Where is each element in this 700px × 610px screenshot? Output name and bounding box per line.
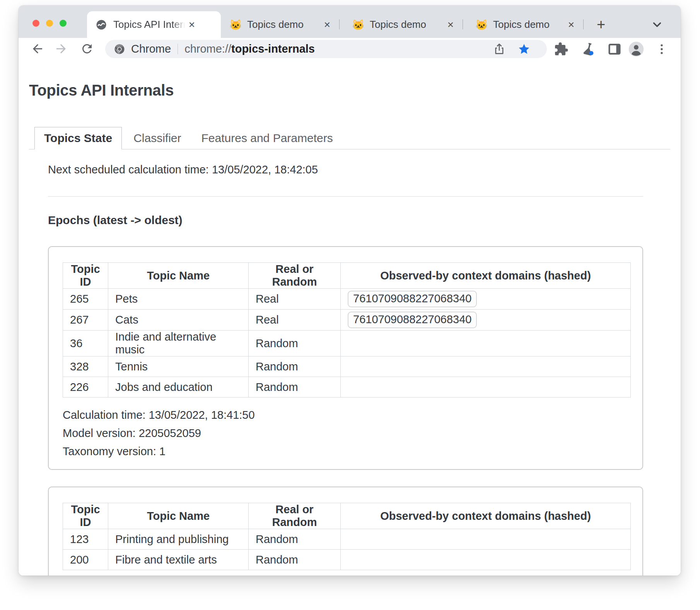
chrome-labs-flask-icon[interactable] — [581, 41, 598, 57]
topic-row: 36Indie and alternative musicRandom — [63, 331, 631, 356]
bookmark-star-icon[interactable] — [517, 41, 534, 57]
real-or-random-cell: Random — [249, 356, 341, 377]
column-header: Observed-by context domains (hashed) — [341, 263, 631, 289]
cat-favicon-icon: 🐱 — [229, 19, 241, 31]
real-or-random-cell: Random — [249, 331, 341, 356]
tab-classifier[interactable]: Classifier — [125, 127, 190, 149]
column-header: Topic Name — [108, 263, 249, 289]
tab-close-icon[interactable]: × — [185, 18, 198, 31]
tab-close-icon[interactable]: × — [321, 18, 334, 31]
real-or-random-cell: Random — [249, 550, 341, 570]
topic-id-cell: 265 — [63, 289, 108, 310]
epoch-card-latest: Topic IDTopic NameReal or RandomObserved… — [48, 246, 643, 470]
topic-id-cell: 200 — [63, 550, 108, 570]
observed-domains-cell — [341, 377, 631, 398]
tab-separator — [583, 19, 584, 29]
address-bar[interactable]: Chrome chrome://topics-internals — [105, 40, 547, 58]
cat-favicon-icon: 🐱 — [475, 19, 487, 31]
column-header: Topic ID — [63, 503, 108, 529]
side-panel-icon[interactable] — [607, 41, 623, 57]
topics-state-panel: Next scheduled calculation time: 13/05/2… — [29, 163, 670, 576]
browser-tab-topics-demo-1[interactable]: 🐱 Topics demo × — [221, 11, 339, 38]
topic-name-cell: Jobs and education — [108, 377, 249, 398]
chrome-logo-icon — [114, 43, 125, 55]
topic-id-cell: 267 — [63, 310, 108, 331]
observed-domains-cell — [341, 550, 631, 570]
cat-favicon-icon: 🐱 — [352, 19, 364, 31]
topic-row: 200Fibre and textile artsRandom — [63, 550, 631, 570]
tab-separator — [463, 19, 463, 29]
tab-title: Topics API Internals — [113, 19, 185, 31]
traffic-minimize-button[interactable] — [46, 20, 53, 27]
topic-row: 265PetsReal7610709088227068340 — [63, 289, 631, 310]
hashed-domain-field[interactable]: 7610709088227068340 — [348, 312, 477, 328]
epoch-card-older: Topic IDTopic NameReal or RandomObserved… — [48, 487, 643, 576]
epochs-heading: Epochs (latest -> oldest) — [48, 214, 643, 227]
reload-button[interactable] — [80, 41, 96, 57]
section-divider — [48, 196, 643, 197]
topic-row: 328TennisRandom — [63, 356, 631, 377]
traffic-close-button[interactable] — [32, 20, 39, 27]
topic-row: 226Jobs and educationRandom — [63, 377, 631, 398]
tab-close-icon[interactable]: × — [565, 18, 578, 31]
tab-separator — [339, 19, 340, 29]
new-tab-button[interactable]: + — [593, 17, 609, 32]
epoch-topics-table: Topic IDTopic NameReal or RandomObserved… — [63, 503, 631, 570]
tab-title: Topics demo — [493, 19, 565, 31]
share-icon[interactable] — [493, 41, 509, 57]
real-or-random-cell: Real — [249, 289, 341, 310]
topic-id-cell: 328 — [63, 356, 108, 377]
topic-id-cell: 123 — [63, 529, 108, 550]
observed-domains-cell — [341, 529, 631, 550]
page-tab-bar: Topics State Classifier Features and Par… — [29, 127, 670, 149]
epoch-meta-line: Calculation time: 13/05/2022, 18:41:50 — [63, 406, 631, 424]
epoch-metadata: Calculation time: 13/05/2022, 18:41:50Mo… — [63, 406, 631, 461]
profile-avatar[interactable] — [628, 41, 644, 57]
topic-id-cell: 226 — [63, 377, 108, 398]
topic-name-cell: Indie and alternative music — [108, 331, 249, 356]
tab-title: Topics demo — [370, 19, 444, 31]
tab-topics-state[interactable]: Topics State — [34, 127, 122, 149]
column-header: Topic Name — [108, 503, 249, 529]
real-or-random-cell: Real — [249, 310, 341, 331]
next-calculation-time: Next scheduled calculation time: 13/05/2… — [48, 163, 643, 176]
topic-name-cell: Pets — [108, 289, 249, 310]
observed-domains-cell: 7610709088227068340 — [341, 310, 631, 331]
traffic-zoom-button[interactable] — [60, 20, 67, 27]
url-host: topics-internals — [231, 43, 315, 55]
topic-name-cell: Printing and publishing — [108, 529, 249, 550]
topic-name-cell: Fibre and textile arts — [108, 550, 249, 570]
topic-row: 123Printing and publishingRandom — [63, 529, 631, 550]
topic-name-cell: Tennis — [108, 356, 249, 377]
tab-list-chevron-down-icon[interactable] — [650, 17, 666, 31]
topic-id-cell: 36 — [63, 331, 108, 356]
page-title: Topics API Internals — [29, 81, 681, 99]
epoch-meta-line: Model version: 2205052059 — [63, 424, 631, 442]
internals-page-icon — [96, 19, 107, 31]
browser-tab-topics-internals[interactable]: Topics API Internals × — [87, 11, 221, 38]
topics-internals-page: Topics API Internals Topics State Classi… — [19, 81, 681, 576]
hashed-domain-field[interactable]: 7610709088227068340 — [348, 291, 477, 307]
browser-window: Topics API Internals × 🐱 Topics demo × 🐱… — [19, 5, 681, 576]
browser-toolbar: Chrome chrome://topics-internals — [19, 38, 681, 60]
site-settings-label[interactable]: Chrome — [131, 43, 171, 55]
browser-tab-topics-demo-3[interactable]: 🐱 Topics demo × — [467, 11, 583, 38]
extensions-puzzle-icon[interactable] — [554, 41, 570, 57]
epoch-meta-line: Taxonomy version: 1 — [63, 442, 631, 461]
observed-domains-cell — [341, 356, 631, 377]
tab-close-icon[interactable]: × — [444, 18, 457, 31]
column-header: Observed-by context domains (hashed) — [341, 503, 631, 529]
observed-domains-cell — [341, 331, 631, 356]
forward-button[interactable] — [54, 41, 70, 57]
column-header: Real or Random — [249, 263, 341, 289]
back-button[interactable] — [31, 41, 46, 57]
kebab-menu-icon[interactable] — [655, 41, 671, 57]
column-header: Real or Random — [249, 503, 341, 529]
topic-name-cell: Cats — [108, 310, 249, 331]
tab-features-and-parameters[interactable]: Features and Parameters — [193, 127, 341, 149]
epoch-topics-table: Topic IDTopic NameReal or RandomObserved… — [63, 262, 631, 398]
topic-row: 267CatsReal7610709088227068340 — [63, 310, 631, 331]
tab-title: Topics demo — [247, 19, 321, 31]
browser-tab-topics-demo-2[interactable]: 🐱 Topics demo × — [343, 11, 463, 38]
omnibox-divider — [178, 44, 178, 54]
